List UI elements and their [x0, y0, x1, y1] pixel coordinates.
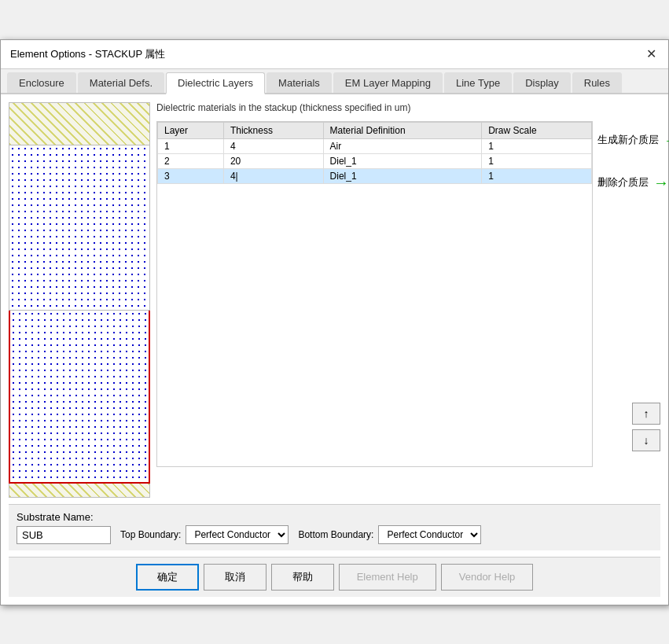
arrow-delete-icon: →	[653, 175, 669, 190]
action-column: 生成新介质层 → Insert 删除介质层 → Delete ↑	[597, 121, 660, 451]
cell-layer: 3	[158, 168, 224, 183]
bottom-boundary-group: Bottom Boundary: Perfect Conductor Elect…	[298, 525, 481, 544]
annotation-delete: 删除介质层 → Delete	[597, 172, 660, 193]
cell-scale: 1	[482, 138, 592, 153]
cell-layer: 2	[158, 153, 224, 168]
tab-line-type[interactable]: Line Type	[444, 72, 512, 93]
confirm-button[interactable]: 确定	[136, 564, 199, 591]
main-window: Element Options - STACKUP 属性 ✕ Enclosure…	[0, 39, 669, 605]
tab-em-layer-mapping[interactable]: EM Layer Mapping	[333, 72, 443, 93]
cell-material: Diel_1	[323, 168, 482, 183]
cell-thickness: 4|	[223, 168, 323, 183]
cell-layer: 1	[158, 138, 224, 153]
col-layer: Layer	[158, 122, 224, 138]
tab-material-defs[interactable]: Material Defs.	[78, 72, 164, 93]
cancel-button[interactable]: 取消	[204, 564, 266, 591]
arrow-insert-icon: →	[663, 132, 669, 148]
tab-display[interactable]: Display	[513, 72, 571, 93]
footer-buttons: 确定 取消 帮助 Element Help Vendor Help	[9, 557, 660, 597]
table-and-controls: Layer Thickness Material Definition Draw…	[156, 121, 660, 467]
layer-visualization	[9, 102, 150, 498]
annotation-insert: 生成新介质层 → Insert	[597, 129, 660, 152]
top-boundary-select[interactable]: Perfect Conductor Electric Wall Magnetic…	[186, 525, 289, 544]
col-scale: Draw Scale	[482, 122, 592, 138]
cell-scale: 1	[482, 168, 592, 183]
tab-dielectric-layers[interactable]: Dielectric Layers	[166, 72, 265, 94]
layer-footer-hatch	[9, 484, 150, 498]
substrate-label: Substrate Name:	[17, 511, 111, 523]
tab-materials[interactable]: Materials	[266, 72, 332, 93]
tab-enclosure[interactable]: Enclosure	[7, 72, 76, 93]
section-description: Dielectric materials in the stackup (thi…	[156, 102, 660, 113]
tab-bar: Enclosure Material Defs. Dielectric Laye…	[1, 69, 668, 94]
substrate-input[interactable]	[17, 526, 111, 544]
substrate-group: Substrate Name:	[17, 511, 111, 544]
tab-rules[interactable]: Rules	[572, 72, 622, 93]
tab-content: Dielectric materials in the stackup (thi…	[1, 94, 668, 605]
col-thickness: Thickness	[223, 122, 323, 138]
col-material: Material Definition	[323, 122, 482, 138]
cell-material: Diel_1	[323, 153, 482, 168]
layers-table-container[interactable]: Layer Thickness Material Definition Draw…	[156, 121, 593, 467]
top-boundary-group: Top Boundary: Perfect Conductor Electric…	[120, 525, 289, 544]
main-area: Dielectric materials in the stackup (thi…	[9, 102, 660, 498]
close-button[interactable]: ✕	[643, 46, 659, 62]
layer-mid-dots	[9, 145, 150, 311]
table-row[interactable]: 1 4 Air 1	[158, 138, 592, 153]
move-up-button[interactable]: ↑	[632, 403, 660, 425]
help-button[interactable]: 帮助	[271, 564, 334, 591]
window-title: Element Options - STACKUP 属性	[10, 47, 165, 61]
cell-thickness: 20	[223, 153, 323, 168]
title-bar: Element Options - STACKUP 属性 ✕	[1, 40, 668, 69]
table-row[interactable]: 2 20 Diel_1 1	[158, 153, 592, 168]
bottom-bar: Substrate Name: Top Boundary: Perfect Co…	[9, 504, 660, 550]
element-help-button[interactable]: Element Help	[339, 564, 436, 591]
cell-scale: 1	[482, 153, 592, 168]
layer-bottom-selected	[9, 311, 150, 484]
bottom-boundary-select[interactable]: Perfect Conductor Electric Wall Magnetic…	[378, 525, 481, 544]
bottom-boundary-label: Bottom Boundary:	[298, 529, 373, 540]
right-panel: Dielectric materials in the stackup (thi…	[156, 102, 660, 498]
cell-material: Air	[323, 138, 482, 153]
annotation-insert-text: 生成新介质层	[597, 133, 659, 147]
annotation-delete-text: 删除介质层	[597, 175, 649, 190]
layer-top-hatch	[9, 102, 150, 145]
layers-table: Layer Thickness Material Definition Draw…	[157, 122, 592, 184]
move-down-button[interactable]: ↓	[632, 429, 660, 451]
vendor-help-button[interactable]: Vendor Help	[441, 564, 534, 591]
table-row[interactable]: 3 4| Diel_1 1	[158, 168, 592, 183]
top-boundary-label: Top Boundary:	[120, 529, 181, 540]
cell-thickness: 4	[223, 138, 323, 153]
